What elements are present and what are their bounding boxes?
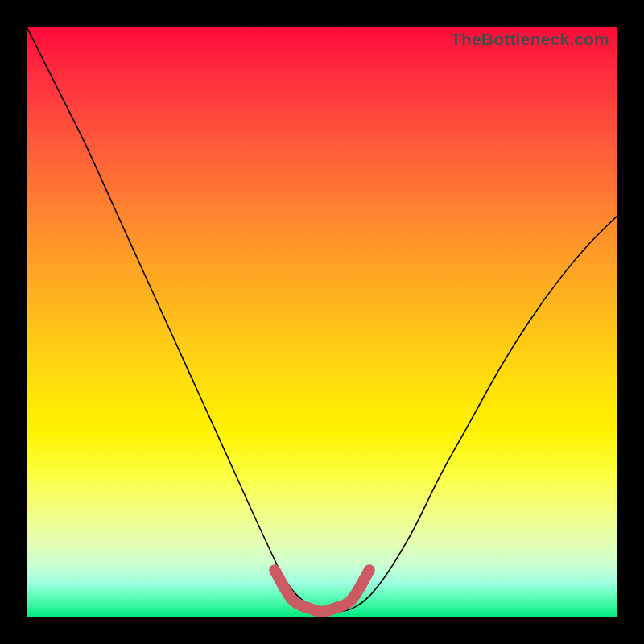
- chart-frame: TheBottleneck.com: [0, 0, 644, 644]
- curve-line: [27, 27, 617, 612]
- valley-highlight: [275, 570, 369, 611]
- plot-area: TheBottleneck.com: [27, 27, 617, 617]
- chart-svg: [27, 27, 617, 617]
